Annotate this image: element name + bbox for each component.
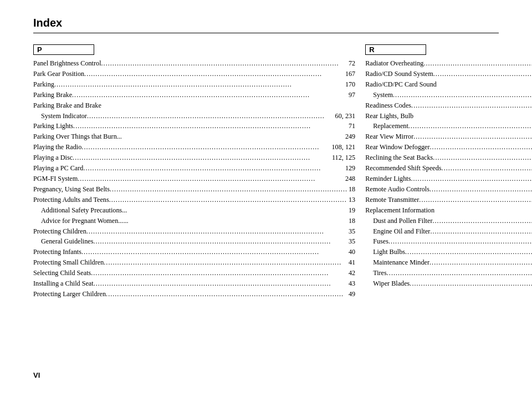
- entry-dots: ........................................…: [430, 142, 532, 153]
- entry-dots: ........................................…: [423, 58, 532, 69]
- index-entry: Fuses ..................................…: [365, 236, 532, 247]
- entry-dots: ........................................…: [81, 247, 347, 257]
- entry-dots: ........................................…: [433, 69, 532, 79]
- entry-label: Parking Over Things that Burn...: [33, 131, 122, 142]
- entry-label: Tires: [365, 268, 387, 278]
- index-entry: Reminder Lights ........................…: [365, 174, 532, 184]
- entry-dots: ........................................…: [78, 174, 344, 184]
- entry-label: Fuses: [365, 236, 388, 247]
- index-entry: Rear View Mirror .......................…: [365, 131, 532, 142]
- entry-dots: ........................................…: [91, 268, 347, 278]
- entry-dots: ........................................…: [101, 58, 347, 69]
- entry-dots: ........................................…: [419, 195, 532, 205]
- entry-label: Light Bulbs: [365, 247, 405, 257]
- entry-dots: ........................................…: [442, 163, 532, 174]
- entry-dots: ........................................…: [81, 142, 330, 153]
- entry-label: Radiator Overheating: [365, 58, 423, 69]
- entry-page: 248: [344, 174, 355, 184]
- entry-label: Radio/CD/PC Card Sound: [365, 79, 437, 90]
- entry-label: Engine Oil and Filter: [365, 226, 430, 237]
- index-entry: Rear Lights, Bulb: [365, 111, 532, 121]
- entry-label: Reminder Lights: [365, 174, 411, 184]
- entry-label: Installing a Child Seat: [33, 278, 94, 289]
- entry-label: PGM-FI System: [33, 174, 78, 184]
- entry-label: Replacement Information: [365, 205, 434, 216]
- entry-label: Remote Audio Controls: [365, 184, 429, 195]
- title-divider: [33, 33, 499, 33]
- index-entry: Remote Transmitter .....................…: [365, 195, 532, 205]
- entry-dots: ........................................…: [387, 268, 532, 278]
- entry-dots: ........................................…: [84, 69, 344, 79]
- entry-page: 41: [347, 257, 355, 268]
- entry-dots: ........................................…: [430, 226, 532, 237]
- entry-label: General Guidelines: [33, 236, 93, 247]
- entry-dots: ........................................…: [433, 153, 532, 163]
- index-entry: Parking Lights .........................…: [33, 121, 355, 131]
- entry-label: Parking Brake: [33, 90, 72, 100]
- entry-dots: [122, 131, 344, 142]
- index-entry: Additional Safety Precautions... 19: [33, 205, 355, 216]
- entry-page: 129: [344, 163, 355, 174]
- entry-label: Protecting Larger Children: [33, 289, 106, 299]
- entry-label: Parking: [33, 79, 54, 90]
- index-entry: Light Bulbs ............................…: [365, 247, 532, 257]
- index-entry: Protecting Adults and Teens ............…: [33, 195, 355, 205]
- entry-label: Readiness Codes: [365, 100, 411, 111]
- entry-label: Park Gear Position: [33, 69, 84, 79]
- entry-dots: ........................................…: [73, 121, 347, 131]
- index-entry: Parking Brake and Brake: [33, 100, 355, 111]
- entry-dots: ........................................…: [54, 79, 344, 90]
- index-entry: Radio/CD/PC Card Sound: [365, 79, 532, 90]
- entry-label: Panel Brightness Control: [33, 58, 101, 69]
- entry-label: Protecting Infants: [33, 247, 81, 257]
- entry-dots: ........................................…: [411, 100, 532, 111]
- entry-dots: ........................................…: [94, 278, 347, 289]
- index-entry: Playing a PC Card ......................…: [33, 163, 355, 174]
- index-entry: Protecting Small Children ..............…: [33, 257, 355, 268]
- entry-page: 18: [347, 184, 355, 195]
- entry-label: Additional Safety Precautions...: [33, 205, 127, 216]
- entry-dots: ........................................…: [405, 247, 532, 257]
- section-header-R: R: [365, 44, 426, 55]
- entry-page: 40: [347, 247, 355, 257]
- entry-label: Replacement: [365, 121, 408, 131]
- entry-page: 35: [347, 236, 355, 247]
- entry-label: Protecting Adults and Teens: [33, 195, 109, 205]
- entry-dots: ........................................…: [393, 90, 532, 100]
- entry-dots: ........................................…: [410, 278, 532, 289]
- entry-page: 19: [347, 205, 355, 216]
- entry-page: 72: [347, 58, 355, 69]
- entry-dots: ........................................…: [72, 90, 347, 100]
- index-entry: Selecting Child Seats ..................…: [33, 268, 355, 278]
- index-grid: PPanel Brightness Control ..............…: [33, 43, 499, 299]
- entry-label: Rear Window Defogger: [365, 142, 429, 153]
- entry-label: Wiper Blades: [365, 278, 410, 289]
- entry-label: System: [365, 90, 393, 100]
- index-entry: Installing a Child Seat ................…: [33, 278, 355, 289]
- index-entry: Radio/CD Sound System ..................…: [365, 69, 532, 79]
- entry-dots: ........................................…: [109, 195, 347, 205]
- section-header-P: P: [33, 44, 94, 55]
- entry-label: System Indicator: [33, 111, 87, 121]
- entry-dots: ........................................…: [83, 163, 344, 174]
- page-label: VI: [33, 371, 40, 379]
- entry-page: 60, 231: [334, 111, 356, 121]
- entry-label: Protecting Small Children: [33, 257, 104, 268]
- index-entry: Radiator Overheating ...................…: [365, 58, 532, 69]
- index-entry: Readiness Codes ........................…: [365, 100, 532, 111]
- entry-dots: [127, 205, 347, 216]
- entry-dots: ........................................…: [429, 257, 532, 268]
- entry-label: Radio/CD Sound System: [365, 69, 433, 79]
- index-column-0: PPanel Brightness Control ..............…: [33, 43, 355, 299]
- index-entry: Replacement Information: [365, 205, 532, 216]
- entry-dots: ........................................…: [93, 236, 347, 247]
- entry-dots: ........................................…: [411, 174, 532, 184]
- entry-page: 13: [347, 195, 355, 205]
- entry-page: 42: [347, 268, 355, 278]
- index-entry: Remote Audio Controls ..................…: [365, 184, 532, 195]
- index-entry: Dust and Pollen Filter .................…: [365, 216, 532, 226]
- index-entry: Parking ................................…: [33, 79, 355, 90]
- entry-dots: ........................................…: [429, 184, 532, 195]
- entry-page: 167: [344, 69, 355, 79]
- page-title: Index: [33, 17, 499, 29]
